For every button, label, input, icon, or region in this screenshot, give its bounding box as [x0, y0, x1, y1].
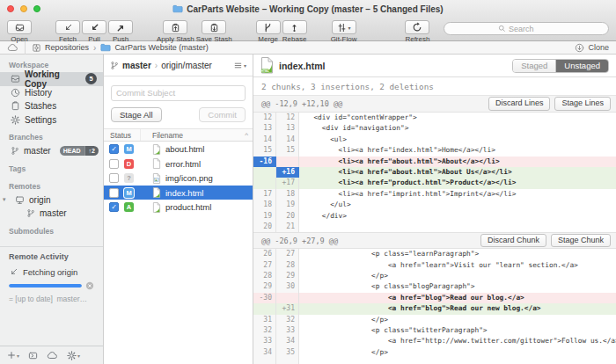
git-flow-button[interactable]: ▾	[332, 20, 356, 34]
sidebar-item-master[interactable]: masterHEAD↑2	[0, 144, 103, 158]
commit-button[interactable]: Commit	[199, 107, 246, 123]
new-line-number[interactable]: 35	[276, 347, 299, 358]
file-row-about-html[interactable]: ✓Mabout.html	[104, 142, 253, 157]
open-button[interactable]	[7, 20, 32, 34]
old-line-number[interactable]: 32	[253, 325, 276, 336]
file-checkbox[interactable]: ✓	[109, 144, 119, 154]
zoom-button[interactable]	[33, 5, 40, 12]
file-checkbox[interactable]	[109, 173, 119, 183]
file-row-error-html[interactable]: Derror.html	[104, 157, 253, 171]
new-line-number[interactable]: 32	[276, 315, 299, 325]
add-repository-button[interactable]: ▾	[7, 351, 19, 360]
old-line-number[interactable]: -30	[253, 293, 276, 303]
old-line-number[interactable]: 34	[253, 347, 276, 358]
close-button[interactable]	[7, 5, 14, 12]
save-stash-button[interactable]	[202, 20, 226, 34]
old-line-number[interactable]	[253, 167, 276, 178]
sidebar-item-working-copy[interactable]: Working Copy5	[0, 72, 103, 86]
new-line-number[interactable]: 21	[276, 222, 299, 232]
branch-row[interactable]: master › origin/master ▾	[104, 55, 253, 76]
clone-button[interactable]: Clone	[575, 43, 609, 53]
stage-all-button[interactable]: Stage All	[111, 107, 162, 123]
old-line-number[interactable]: 33	[253, 336, 276, 346]
staged-tab[interactable]: Staged	[513, 60, 556, 72]
old-line-number[interactable]: 27	[253, 260, 276, 271]
old-line-number[interactable]: 14	[253, 135, 276, 145]
cloud-icon[interactable]	[7, 43, 18, 52]
open-terminal-button[interactable]	[28, 351, 38, 360]
disclosure-triangle-icon[interactable]: ▾	[3, 196, 11, 203]
sidebar-item-stashes[interactable]: Stashes	[0, 99, 103, 113]
new-line-number[interactable]: 14	[276, 135, 299, 145]
new-line-number[interactable]: 30	[276, 281, 299, 292]
new-line-number[interactable]: 18	[276, 189, 299, 200]
new-line-number[interactable]: 28	[276, 260, 299, 271]
fetch-button[interactable]	[55, 20, 80, 34]
breadcrumb-current-repo[interactable]: CarParts Website (master)	[100, 43, 208, 52]
old-line-number[interactable]: 28	[253, 271, 276, 281]
file-checkbox[interactable]	[109, 188, 119, 198]
status-column-header[interactable]: Status	[104, 129, 141, 141]
new-line-number[interactable]: 34	[276, 336, 299, 346]
old-line-number[interactable]: 18	[253, 200, 276, 210]
new-line-number[interactable]: 27	[276, 249, 299, 259]
merge-button[interactable]	[256, 20, 281, 34]
old-line-number[interactable]: 12	[253, 113, 276, 123]
new-line-number[interactable]: 15	[276, 145, 299, 156]
old-line-number[interactable]: 19	[253, 211, 276, 222]
file-checkbox[interactable]	[109, 159, 119, 169]
stage-chunk-button[interactable]: Stage Chunk	[551, 234, 611, 247]
apply-stash-button[interactable]	[163, 20, 187, 34]
push-button[interactable]	[108, 20, 133, 34]
old-line-number[interactable]: 17	[253, 189, 276, 200]
path-bar: Repositories › CarParts Website (master)…	[0, 41, 616, 55]
sidebar-item-history[interactable]: History	[0, 86, 103, 100]
actions-button[interactable]: ▾	[67, 351, 80, 360]
refresh-button[interactable]	[405, 20, 429, 34]
commit-subject-input[interactable]	[111, 85, 246, 101]
rebase-button[interactable]	[282, 20, 307, 34]
breadcrumb-repositories[interactable]: Repositories	[32, 43, 89, 53]
pull-button[interactable]	[82, 20, 106, 34]
minimize-button[interactable]	[20, 5, 27, 12]
new-line-number[interactable]	[276, 157, 299, 167]
new-line-number[interactable]: 29	[276, 271, 299, 281]
filename-column-header[interactable]: Filename ^	[141, 129, 253, 141]
old-line-number[interactable]: 20	[253, 222, 276, 232]
search-field[interactable]	[444, 22, 609, 35]
services-button[interactable]	[47, 351, 58, 360]
sidebar-item-master[interactable]: master	[0, 207, 103, 221]
old-line-number[interactable]: -16	[253, 157, 276, 167]
stage-lines-button[interactable]: Stage Lines	[554, 97, 611, 110]
new-line-number[interactable]: 33	[276, 325, 299, 336]
file-row-img-icon-png[interactable]: ?img/icon.png	[104, 171, 253, 186]
new-line-number[interactable]: +17	[276, 178, 299, 188]
file-list-header[interactable]: Status Filename ^	[104, 128, 253, 142]
old-line-number[interactable]: 13	[253, 123, 276, 134]
new-line-number[interactable]: 20	[276, 211, 299, 222]
new-line-number[interactable]	[276, 293, 299, 303]
new-line-number[interactable]: +31	[276, 303, 299, 314]
view-options-button[interactable]: ▾	[233, 61, 246, 70]
discard-lines-button[interactable]: Discard Lines	[488, 97, 551, 110]
old-line-number[interactable]: 26	[253, 249, 276, 259]
new-line-number[interactable]: +16	[276, 167, 299, 178]
old-line-number[interactable]: 15	[253, 145, 276, 156]
file-row-product-html[interactable]: ✓Aproduct.html	[104, 200, 253, 215]
old-line-number[interactable]	[253, 303, 276, 314]
unstaged-tab[interactable]: Unstaged	[556, 60, 608, 72]
new-line-number[interactable]: 13	[276, 123, 299, 134]
old-line-number[interactable]: 29	[253, 281, 276, 292]
new-line-number[interactable]: 19	[276, 200, 299, 210]
file-html-icon	[152, 202, 161, 213]
old-line-number[interactable]	[253, 178, 276, 188]
file-checkbox[interactable]: ✓	[109, 202, 119, 212]
cancel-icon[interactable]	[85, 281, 94, 290]
file-row-index-html[interactable]: Mindex.html	[104, 186, 253, 200]
old-line-number[interactable]: 31	[253, 315, 276, 325]
sidebar-item-origin[interactable]: ▾origin	[0, 193, 103, 207]
new-line-number[interactable]: 12	[276, 113, 299, 123]
sidebar-item-settings[interactable]: Settings	[0, 113, 103, 127]
discard-chunk-button[interactable]: Discard Chunk	[480, 234, 546, 247]
search-input[interactable]	[509, 25, 554, 33]
